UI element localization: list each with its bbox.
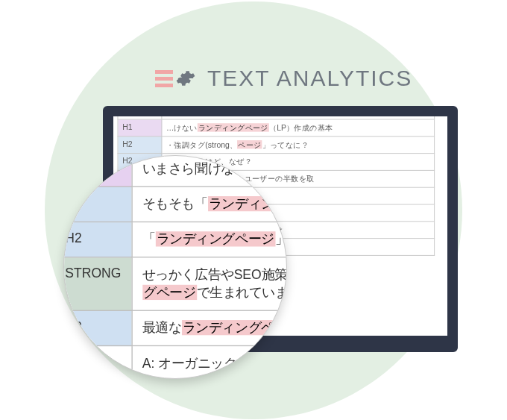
text-cell: …けないランディングページ（LP）作成の基本 [162,119,435,137]
tag-cell: H2 [118,137,162,154]
col-header-text: テキスト [162,106,435,119]
text-cell: ・強調タグ(strong、ページ」ってなに？ [162,137,435,154]
tag-cell: H2 [63,222,132,257]
analytics-icon [155,69,195,88]
table-row: STRONGせっかく広告やSEO施策などにグページで生まれています。 [63,257,287,311]
gear-icon [176,69,195,88]
tag-cell: STRONG [63,257,132,311]
table-row: H2「ランディングページ」が重要 [63,222,287,257]
page-title: TEXT ANALYTICS [207,66,412,91]
text-cell: 「ランディングページ」が重要 [132,222,287,257]
page-title-row: TEXT ANALYTICS [155,66,412,91]
table-row: H2そもそも「ランディングページ」 [63,187,287,222]
table-row: H2・強調タグ(strong、ページ」ってなに？ [118,137,435,154]
table-row: H2最適なランディングペー [63,310,287,345]
tag-cell [63,345,132,379]
col-header-tag: タグ [118,106,162,119]
table-row: H1…けないランディングページ（LP）作成の基本 [118,119,435,137]
magnifier-lens: タグ テキスト H1いまさら聞けないランディンクH2そもそも「ランディングページ… [63,155,287,379]
zoomed-table: タグ テキスト H1いまさら聞けないランディンクH2そもそも「ランディングページ… [63,155,287,379]
text-cell: せっかく広告やSEO施策などにグページで生まれています。 [132,257,287,311]
tag-cell: H1 [118,119,162,137]
